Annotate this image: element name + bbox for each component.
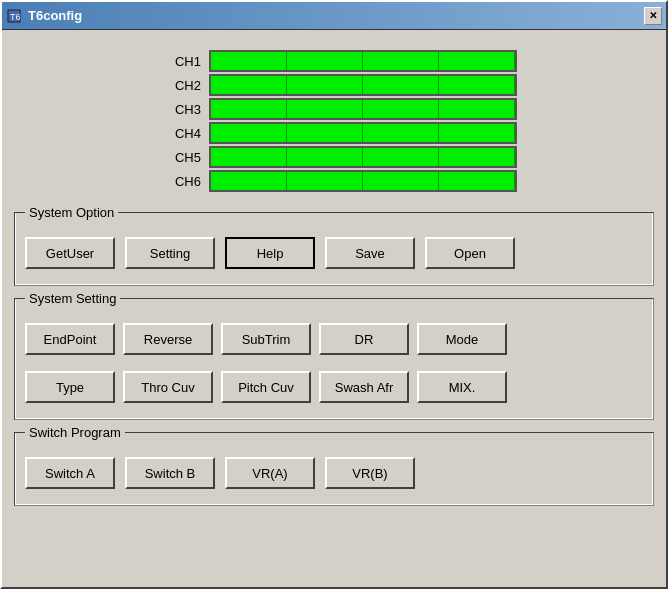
ch4-seg3: [363, 124, 439, 142]
content-area: CH1 CH2 CH3: [2, 30, 666, 528]
ch5-bar: [209, 146, 517, 168]
ch1-seg1: [211, 52, 287, 70]
ch1-seg2: [287, 52, 363, 70]
ch1-seg3: [363, 52, 439, 70]
switch-program-group: Switch Program Switch A Switch B VR(A) V…: [14, 432, 654, 506]
switch-program-label: Switch Program: [25, 425, 125, 440]
dr-button[interactable]: DR: [319, 323, 409, 355]
switch-b-button[interactable]: Switch B: [125, 457, 215, 489]
title-bar-buttons: ✕: [644, 7, 662, 25]
ch3-seg3: [363, 100, 439, 118]
ch3-seg1: [211, 100, 287, 118]
ch2-seg3: [363, 76, 439, 94]
setting-button[interactable]: Setting: [125, 237, 215, 269]
ch2-seg4: [439, 76, 515, 94]
vr-a-button[interactable]: VR(A): [225, 457, 315, 489]
ch6-seg3: [363, 172, 439, 190]
window-title: T6config: [28, 8, 82, 23]
ch6-seg2: [287, 172, 363, 190]
channel-row-ch2: CH2: [14, 74, 654, 96]
get-user-button[interactable]: GetUser: [25, 237, 115, 269]
vr-b-button[interactable]: VR(B): [325, 457, 415, 489]
ch4-seg1: [211, 124, 287, 142]
swash-afr-button[interactable]: Swash Afr: [319, 371, 409, 403]
ch4-bar: [209, 122, 517, 144]
app-icon: T6: [6, 8, 22, 24]
ch1-bar: [209, 50, 517, 72]
subtrim-button[interactable]: SubTrim: [221, 323, 311, 355]
system-setting-row2: Type Thro Cuv Pitch Cuv Swash Afr MIX.: [25, 371, 643, 403]
ch5-seg4: [439, 148, 515, 166]
ch2-seg2: [287, 76, 363, 94]
ch1-seg4: [439, 52, 515, 70]
system-setting-label: System Setting: [25, 291, 120, 306]
help-button[interactable]: Help: [225, 237, 315, 269]
channel-row-ch4: CH4: [14, 122, 654, 144]
close-button[interactable]: ✕: [644, 7, 662, 25]
reverse-button[interactable]: Reverse: [123, 323, 213, 355]
system-setting-row1: EndPoint Reverse SubTrim DR Mode: [25, 323, 643, 355]
ch5-seg2: [287, 148, 363, 166]
ch2-bar: [209, 74, 517, 96]
system-setting-buttons: EndPoint Reverse SubTrim DR Mode Type Th…: [25, 319, 643, 407]
ch5-seg1: [211, 148, 287, 166]
ch4-seg2: [287, 124, 363, 142]
ch2-seg1: [211, 76, 287, 94]
mode-button[interactable]: Mode: [417, 323, 507, 355]
main-window: T6 T6config ✕ CH1 CH2: [0, 0, 668, 589]
open-button[interactable]: Open: [425, 237, 515, 269]
channel-row-ch3: CH3: [14, 98, 654, 120]
title-bar: T6 T6config ✕: [2, 2, 666, 30]
save-button[interactable]: Save: [325, 237, 415, 269]
ch6-seg1: [211, 172, 287, 190]
system-setting-group: System Setting EndPoint Reverse SubTrim …: [14, 298, 654, 420]
ch3-seg2: [287, 100, 363, 118]
endpoint-button[interactable]: EndPoint: [25, 323, 115, 355]
pitch-cuv-button[interactable]: Pitch Cuv: [221, 371, 311, 403]
ch5-label: CH5: [14, 150, 209, 165]
ch4-label: CH4: [14, 126, 209, 141]
channels-area: CH1 CH2 CH3: [14, 50, 654, 192]
type-button[interactable]: Type: [25, 371, 115, 403]
system-option-buttons: GetUser Setting Help Save Open: [25, 237, 643, 269]
mix-button[interactable]: MIX.: [417, 371, 507, 403]
channel-row-ch5: CH5: [14, 146, 654, 168]
ch2-label: CH2: [14, 78, 209, 93]
title-bar-left: T6 T6config: [6, 8, 82, 24]
ch5-seg3: [363, 148, 439, 166]
ch4-seg4: [439, 124, 515, 142]
system-option-group: System Option GetUser Setting Help Save …: [14, 212, 654, 286]
ch6-label: CH6: [14, 174, 209, 189]
ch3-label: CH3: [14, 102, 209, 117]
ch6-bar: [209, 170, 517, 192]
ch3-seg4: [439, 100, 515, 118]
thro-cuv-button[interactable]: Thro Cuv: [123, 371, 213, 403]
channel-row-ch1: CH1: [14, 50, 654, 72]
switch-a-button[interactable]: Switch A: [25, 457, 115, 489]
ch1-label: CH1: [14, 54, 209, 69]
svg-text:T6: T6: [10, 12, 21, 22]
ch3-bar: [209, 98, 517, 120]
channel-row-ch6: CH6: [14, 170, 654, 192]
ch6-seg4: [439, 172, 515, 190]
switch-program-buttons: Switch A Switch B VR(A) VR(B): [25, 457, 643, 489]
system-option-label: System Option: [25, 205, 118, 220]
